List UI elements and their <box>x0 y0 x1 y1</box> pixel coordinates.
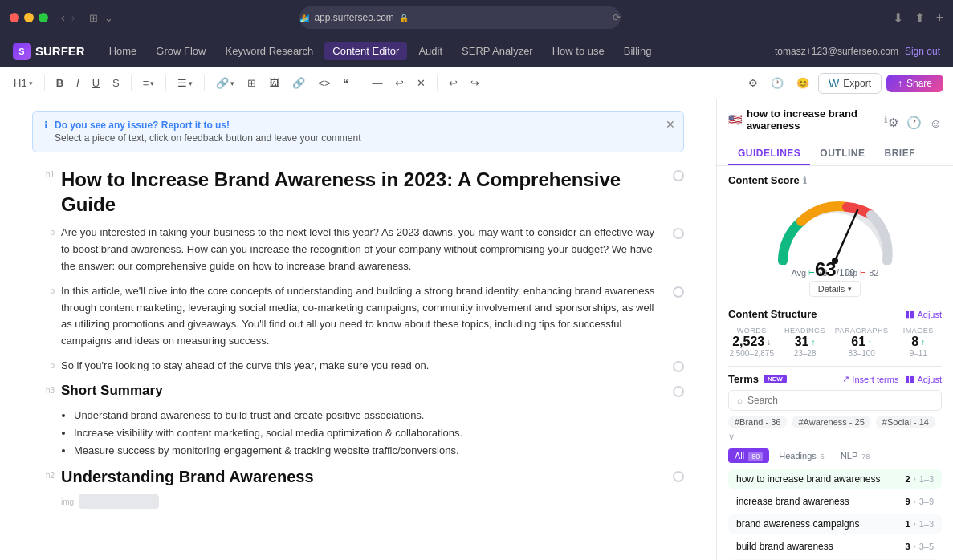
headings-label: HEADINGS <box>781 327 828 335</box>
images-value: 8 ↑ <box>895 335 942 349</box>
terms-title-group: Terms NEW <box>728 373 787 385</box>
insert-terms-button[interactable]: ↗ Insert terms <box>842 374 898 384</box>
term-name-3: brand awareness campaigns <box>736 518 859 530</box>
bullets-content[interactable]: Understand brand awareness to build trus… <box>61 407 684 460</box>
images-label: IMAGES <box>895 327 942 335</box>
p3-text: So if you're looking to stay ahead of th… <box>61 358 665 375</box>
words-range: 2,500–2,875 <box>728 349 775 358</box>
tag-awareness[interactable]: #Awareness - 25 <box>792 417 870 427</box>
smile-panel-icon[interactable]: ☺ <box>930 116 942 130</box>
h2-content[interactable]: Understanding Brand Awareness <box>61 468 684 486</box>
images-arrow: ↑ <box>921 338 925 347</box>
align-button[interactable]: ≡ ▾ <box>139 75 159 91</box>
close-traffic-light[interactable] <box>10 13 19 22</box>
underline-button[interactable]: U <box>88 75 104 91</box>
share-browser-icon[interactable]: ⬆ <box>914 10 925 26</box>
browser-controls: ‹ › <box>61 11 75 24</box>
filter-headings[interactable]: Headings 5 <box>772 448 831 463</box>
score-info-icon[interactable]: ℹ <box>803 175 807 186</box>
h3-content[interactable]: Short Summary <box>61 383 684 399</box>
heading-dropdown[interactable]: H1▾ <box>10 75 37 91</box>
tab-outline[interactable]: OUTLINE <box>810 143 874 165</box>
p1-content[interactable]: Are you interested in taking your busine… <box>61 225 684 274</box>
top-value: 82 <box>869 268 878 278</box>
address-bar[interactable]: 🏄 app.surferseo.com 🔒 ⟳ <box>299 6 621 29</box>
reload-icon[interactable]: ⟳ <box>613 12 621 23</box>
filter-nlp[interactable]: NLP 78 <box>834 448 876 463</box>
toolbar-divider-6 <box>437 75 438 91</box>
maximize-traffic-light[interactable] <box>39 13 48 22</box>
undo-redo-button[interactable]: ↪ <box>466 75 483 91</box>
bold-button[interactable]: B <box>52 75 67 91</box>
details-button[interactable]: Details ▾ <box>809 281 861 297</box>
tag-brand[interactable]: #Brand - 36 <box>728 417 787 427</box>
surfer-favicon: 🏄 <box>299 14 309 22</box>
clock-icon-button[interactable]: 🕐 <box>767 75 788 91</box>
tab-brief[interactable]: BRIEF <box>875 143 926 165</box>
nav-home[interactable]: Home <box>101 42 145 60</box>
back-icon[interactable]: ‹ <box>61 11 65 24</box>
nav-keyword-research[interactable]: Keyword Research <box>217 42 321 60</box>
terms-title: Terms <box>728 373 759 385</box>
term-item-2: increase brand awareness 9 › 3–9 <box>728 492 942 511</box>
adjust-terms-button[interactable]: ▮▮ Adjust <box>905 374 942 384</box>
banner-close-button[interactable]: ✕ <box>666 118 675 131</box>
adjust-bars-icon: ▮▮ <box>905 309 914 319</box>
terms-search-box[interactable]: ⌕ <box>728 390 942 411</box>
settings-icon-button[interactable]: ⚙ <box>744 75 762 91</box>
h2-text: Understanding Brand Awareness <box>61 468 665 486</box>
p2-content[interactable]: In this article, we'll dive into the cor… <box>61 283 684 350</box>
chevron-down-icon[interactable]: ⌄ <box>104 12 113 24</box>
link-button[interactable]: 🔗 ▾ <box>212 75 238 91</box>
tag-social[interactable]: #Social - 14 <box>876 417 935 427</box>
adjust-structure-button[interactable]: ▮▮ Adjust <box>905 309 942 319</box>
panel-settings: ⚙ 🕐 ☺ <box>888 116 942 130</box>
italic-button[interactable]: I <box>72 75 83 91</box>
emoji-icon-button[interactable]: 😊 <box>792 75 813 91</box>
clear-format-button[interactable]: ✕ <box>413 75 430 91</box>
minimize-traffic-light[interactable] <box>24 13 34 22</box>
p3-content[interactable]: So if you're looking to stay ahead of th… <box>61 358 684 375</box>
panel-header-top: 🇺🇸 how to increase brand awareness ℹ ⚙ 🕐… <box>728 108 942 138</box>
nav-content-editor[interactable]: Content Editor <box>324 42 407 60</box>
image-button[interactable]: 🖼 <box>265 75 283 91</box>
new-tab-icon[interactable]: + <box>936 10 943 26</box>
settings-gear-icon[interactable]: ⚙ <box>888 116 898 130</box>
paragraphs-arrow: ↑ <box>868 338 872 347</box>
table-button[interactable]: ⊞ <box>243 75 260 91</box>
headings-count: 5 <box>821 452 825 461</box>
term-counts-1: 2 › 1–3 <box>906 474 934 484</box>
term-list: how to increase brand awareness 2 › 1–3 … <box>728 469 942 560</box>
export-button[interactable]: W Export <box>818 73 882 94</box>
bullets-label <box>32 407 55 410</box>
editor-area[interactable]: ℹ Do you see any issue? Report it to us!… <box>0 99 716 560</box>
hyperlink-button[interactable]: 🔗 <box>288 75 309 91</box>
window-icon[interactable]: ⊞ <box>89 12 98 24</box>
share-button[interactable]: ↑ Share <box>886 75 943 92</box>
tab-guidelines[interactable]: GUIDELINES <box>728 143 810 165</box>
p1-text: Are you interested in taking your busine… <box>61 225 665 274</box>
quote-button[interactable]: ❝ <box>339 75 352 91</box>
tags-expand-icon[interactable]: ∨ <box>728 432 735 442</box>
sign-out-link[interactable]: Sign out <box>905 46 940 57</box>
app-navbar: S SURFER Home Grow Flow Keyword Research… <box>0 35 953 67</box>
undo-button[interactable]: ↩ <box>445 75 462 91</box>
filter-all[interactable]: All 80 <box>728 448 769 463</box>
nav-how-to-use[interactable]: How to use <box>544 42 613 60</box>
h1-content[interactable]: How to Increase Brand Awareness in 2023:… <box>61 167 684 217</box>
code-button[interactable]: <> <box>314 75 334 91</box>
minus-button[interactable]: — <box>368 75 386 91</box>
list-button[interactable]: ☰ ▾ <box>173 75 197 91</box>
terms-search-input[interactable] <box>747 395 933 406</box>
download-icon[interactable]: ⬇ <box>893 10 903 26</box>
nav-audit[interactable]: Audit <box>410 42 450 60</box>
panel-header: 🇺🇸 how to increase brand awareness ℹ ⚙ 🕐… <box>717 99 953 166</box>
nav-grow-flow[interactable]: Grow Flow <box>148 42 214 60</box>
redo-link-button[interactable]: ↩ <box>391 75 408 91</box>
nav-serp-analyzer[interactable]: SERP Analyzer <box>454 42 541 60</box>
keyword-text: how to increase brand awareness <box>747 108 879 132</box>
clock-panel-icon[interactable]: 🕐 <box>906 116 922 130</box>
strikethrough-button[interactable]: S <box>108 75 124 91</box>
nav-billing[interactable]: Billing <box>616 42 660 60</box>
p3-indicator <box>673 361 684 372</box>
